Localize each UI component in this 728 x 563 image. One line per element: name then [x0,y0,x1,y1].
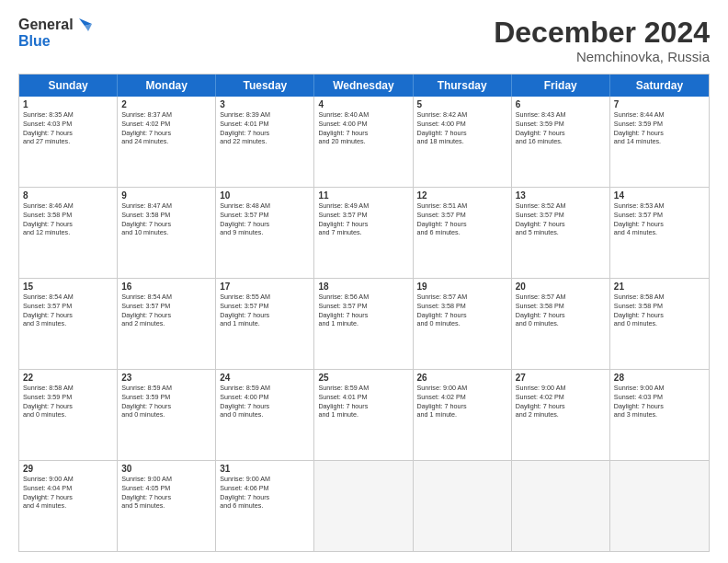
day-number: 14 [614,190,705,201]
day-number: 7 [614,99,705,109]
calendar-header: Sunday Monday Tuesday Wednesday Thursday… [19,75,709,97]
day-info: Sunrise: 8:56 AM Sunset: 3:57 PM Dayligh… [318,293,408,328]
day-number: 11 [318,190,408,201]
day-number: 23 [121,373,211,383]
day-number: 2 [121,99,211,109]
day-info: Sunrise: 8:58 AM Sunset: 3:58 PM Dayligh… [614,293,705,328]
calendar: Sunday Monday Tuesday Wednesday Thursday… [18,74,710,552]
header-wednesday: Wednesday [314,75,413,97]
calendar-week-5: 29Sunrise: 9:00 AM Sunset: 4:04 PM Dayli… [19,460,709,551]
title-block: December 2024 Nemchinovka, Russia [494,17,710,64]
header: General Blue December 2024 Nemchinovka, … [18,17,710,64]
day-number: 20 [516,282,606,292]
day-number: 28 [614,373,705,383]
header-saturday: Saturday [610,75,709,97]
day-number: 29 [23,464,113,474]
header-thursday: Thursday [414,75,512,97]
day-info: Sunrise: 8:59 AM Sunset: 4:01 PM Dayligh… [318,384,408,419]
table-row: 16Sunrise: 8:54 AM Sunset: 3:57 PM Dayli… [118,279,216,369]
day-number: 31 [220,464,310,474]
table-row: 19Sunrise: 8:57 AM Sunset: 3:58 PM Dayli… [414,279,512,369]
day-number: 19 [417,282,507,292]
day-info: Sunrise: 8:43 AM Sunset: 3:59 PM Dayligh… [516,110,606,146]
logo: General Blue [18,17,94,50]
day-number: 15 [23,282,113,292]
table-row: 15Sunrise: 8:54 AM Sunset: 3:57 PM Dayli… [19,279,118,369]
day-info: Sunrise: 8:46 AM Sunset: 3:58 PM Dayligh… [23,201,113,237]
calendar-week-4: 22Sunrise: 8:58 AM Sunset: 3:59 PM Dayli… [19,369,709,460]
day-info: Sunrise: 8:42 AM Sunset: 4:00 PM Dayligh… [417,110,507,146]
calendar-body: 1Sunrise: 8:35 AM Sunset: 4:03 PM Daylig… [19,97,709,551]
table-row: 7Sunrise: 8:44 AM Sunset: 3:59 PM Daylig… [610,97,709,187]
day-info: Sunrise: 8:59 AM Sunset: 4:00 PM Dayligh… [220,384,310,419]
table-row [512,461,610,551]
table-row: 17Sunrise: 8:55 AM Sunset: 3:57 PM Dayli… [216,279,314,369]
table-row: 21Sunrise: 8:58 AM Sunset: 3:58 PM Dayli… [610,279,709,369]
subtitle: Nemchinovka, Russia [494,49,710,64]
table-row: 25Sunrise: 8:59 AM Sunset: 4:01 PM Dayli… [314,370,413,460]
day-number: 5 [417,99,507,109]
day-number: 22 [23,373,113,383]
day-info: Sunrise: 8:52 AM Sunset: 3:57 PM Dayligh… [516,201,606,237]
day-info: Sunrise: 8:59 AM Sunset: 3:59 PM Dayligh… [121,384,211,419]
table-row: 2Sunrise: 8:37 AM Sunset: 4:02 PM Daylig… [118,97,216,187]
table-row [414,461,512,551]
day-info: Sunrise: 8:57 AM Sunset: 3:58 PM Dayligh… [417,293,507,328]
header-monday: Monday [118,75,216,97]
table-row: 9Sunrise: 8:47 AM Sunset: 3:58 PM Daylig… [118,188,216,278]
day-info: Sunrise: 8:44 AM Sunset: 3:59 PM Dayligh… [614,110,705,146]
day-number: 3 [220,99,310,109]
table-row: 13Sunrise: 8:52 AM Sunset: 3:57 PM Dayli… [512,188,610,278]
table-row: 1Sunrise: 8:35 AM Sunset: 4:03 PM Daylig… [19,97,118,187]
day-info: Sunrise: 8:53 AM Sunset: 3:57 PM Dayligh… [614,201,705,237]
day-info: Sunrise: 9:00 AM Sunset: 4:06 PM Dayligh… [220,475,310,511]
day-number: 21 [614,282,705,292]
day-info: Sunrise: 8:55 AM Sunset: 3:57 PM Dayligh… [220,293,310,328]
day-info: Sunrise: 8:54 AM Sunset: 3:57 PM Dayligh… [23,293,113,328]
day-number: 8 [23,190,113,201]
table-row: 26Sunrise: 9:00 AM Sunset: 4:02 PM Dayli… [414,370,512,460]
table-row: 20Sunrise: 8:57 AM Sunset: 3:58 PM Dayli… [512,279,610,369]
day-info: Sunrise: 9:00 AM Sunset: 4:02 PM Dayligh… [516,384,606,419]
day-number: 30 [121,464,211,474]
day-number: 17 [220,282,310,292]
day-info: Sunrise: 8:47 AM Sunset: 3:58 PM Dayligh… [121,201,211,237]
header-friday: Friday [512,75,610,97]
header-tuesday: Tuesday [216,75,314,97]
table-row: 6Sunrise: 8:43 AM Sunset: 3:59 PM Daylig… [512,97,610,187]
day-number: 27 [516,373,606,383]
table-row: 18Sunrise: 8:56 AM Sunset: 3:57 PM Dayli… [314,279,413,369]
table-row: 11Sunrise: 8:49 AM Sunset: 3:57 PM Dayli… [314,188,413,278]
day-info: Sunrise: 8:39 AM Sunset: 4:01 PM Dayligh… [220,110,310,146]
calendar-week-2: 8Sunrise: 8:46 AM Sunset: 3:58 PM Daylig… [19,187,709,278]
table-row: 31Sunrise: 9:00 AM Sunset: 4:06 PM Dayli… [216,461,314,551]
day-info: Sunrise: 8:35 AM Sunset: 4:03 PM Dayligh… [23,110,113,146]
table-row: 27Sunrise: 9:00 AM Sunset: 4:02 PM Dayli… [512,370,610,460]
logo-blue: Blue [18,33,51,50]
day-number: 4 [318,99,408,109]
day-info: Sunrise: 9:00 AM Sunset: 4:04 PM Dayligh… [23,475,113,511]
day-info: Sunrise: 8:40 AM Sunset: 4:00 PM Dayligh… [318,110,408,146]
day-number: 25 [318,373,408,383]
logo-bird-icon [75,17,94,33]
day-number: 9 [121,190,211,201]
table-row: 30Sunrise: 9:00 AM Sunset: 4:05 PM Dayli… [118,461,216,551]
day-number: 10 [220,190,310,201]
day-info: Sunrise: 8:58 AM Sunset: 3:59 PM Dayligh… [23,384,113,419]
day-number: 6 [516,99,606,109]
logo-general: General [18,17,74,33]
header-sunday: Sunday [19,75,118,97]
table-row: 24Sunrise: 8:59 AM Sunset: 4:00 PM Dayli… [216,370,314,460]
day-info: Sunrise: 9:00 AM Sunset: 4:05 PM Dayligh… [121,475,211,511]
table-row: 22Sunrise: 8:58 AM Sunset: 3:59 PM Dayli… [19,370,118,460]
table-row: 8Sunrise: 8:46 AM Sunset: 3:58 PM Daylig… [19,188,118,278]
table-row: 23Sunrise: 8:59 AM Sunset: 3:59 PM Dayli… [118,370,216,460]
table-row: 3Sunrise: 8:39 AM Sunset: 4:01 PM Daylig… [216,97,314,187]
day-number: 13 [516,190,606,201]
table-row [610,461,709,551]
day-number: 16 [121,282,211,292]
calendar-week-1: 1Sunrise: 8:35 AM Sunset: 4:03 PM Daylig… [19,97,709,187]
table-row: 28Sunrise: 9:00 AM Sunset: 4:03 PM Dayli… [610,370,709,460]
table-row [314,461,413,551]
day-number: 18 [318,282,408,292]
